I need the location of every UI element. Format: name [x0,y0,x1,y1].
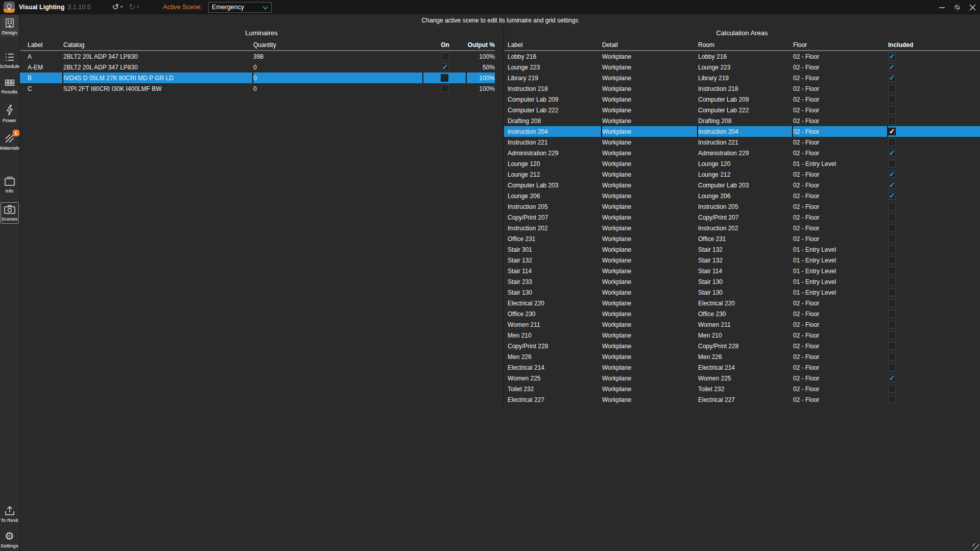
on-checkbox[interactable] [441,74,448,82]
calculation-area-row[interactable]: Women 211 Workplane Women 211 02 - Floor [504,319,980,330]
undo-dropdown-icon[interactable] [120,6,123,8]
calculation-area-row[interactable]: Drafting 208 Workplane Drafting 208 02 -… [504,115,980,126]
included-checkbox[interactable] [888,106,896,114]
calculation-area-row[interactable]: Instruction 202 Workplane Instruction 20… [504,223,980,233]
sidebar-item-power[interactable]: Power [1,102,19,125]
calculation-area-row[interactable]: Instruction 204 Workplane Instruction 20… [504,126,980,137]
column-header-output[interactable]: Output % [467,40,495,50]
calculation-area-row[interactable]: Electrical 214 Workplane Electrical 214 … [504,362,980,373]
luminaire-row[interactable]: A-EM 2BLT2 20L ADP 347 LP830 0 ✓ 50% [20,62,495,73]
included-checkbox[interactable] [888,160,896,167]
active-scene-select[interactable]: Emergency [208,2,272,13]
calculation-area-row[interactable]: Stair 233 Workplane Stair 130 01 - Entry… [504,276,980,287]
column-header-catalog[interactable]: Catalog [63,40,253,50]
undo-button[interactable]: ↺ [110,3,125,12]
column-header-floor[interactable]: Floor [793,40,888,50]
sidebar-item-info[interactable]: Info [1,174,19,195]
included-checkbox[interactable]: ✓ [888,192,896,200]
included-checkbox[interactable] [888,385,896,393]
included-checkbox[interactable] [888,364,896,371]
column-header-label[interactable]: Label [504,40,602,50]
included-checkbox[interactable] [888,342,896,350]
column-header-detail[interactable]: Detail [602,40,698,50]
included-checkbox[interactable] [888,278,896,285]
redo-button[interactable]: ↻ [127,3,141,12]
included-checkbox[interactable] [888,235,896,243]
included-checkbox[interactable] [888,224,896,232]
calculation-area-row[interactable]: Lounge 212 Workplane Lounge 212 02 - Flo… [504,169,980,180]
included-checkbox[interactable] [888,85,896,92]
calculation-area-row[interactable]: Computer Lab 203 Workplane Computer Lab … [504,180,980,190]
included-checkbox[interactable] [888,203,896,210]
calculation-area-row[interactable]: Lounge 206 Workplane Lounge 206 02 - Flo… [504,190,980,201]
calculation-area-row[interactable]: Administration 229 Workplane Administrat… [504,148,980,158]
sidebar-item-to-revit[interactable]: To Revit [1,503,19,524]
on-checkbox[interactable]: ✓ [441,63,449,71]
included-checkbox[interactable]: ✓ [888,149,896,157]
calculation-area-row[interactable]: Instruction 221 Workplane Instruction 22… [504,137,980,148]
sidebar-item-settings[interactable]: ⚙ Settings [1,529,19,550]
minimize-button[interactable] [938,4,945,11]
included-checkbox[interactable]: ✓ [888,181,896,189]
included-checkbox[interactable]: ✓ [888,171,896,178]
included-checkbox[interactable]: ✓ [888,74,896,82]
sidebar-item-schedule[interactable]: Schedule [1,50,19,70]
calculation-area-row[interactable]: Stair 301 Workplane Stair 132 01 - Entry… [504,244,980,255]
included-checkbox[interactable] [888,310,896,318]
close-button[interactable] [969,4,976,11]
included-checkbox[interactable] [888,95,896,103]
sidebar-item-materials[interactable]: 1 Materials [1,131,19,152]
calculation-area-row[interactable]: Men 210 Workplane Men 210 02 - Floor [504,330,980,341]
included-checkbox[interactable]: ✓ [888,63,896,71]
calculation-area-row[interactable]: Stair 132 Workplane Stair 132 01 - Entry… [504,255,980,266]
calculation-area-row[interactable]: Computer Lab 209 Workplane Computer Lab … [504,94,980,105]
calculation-area-row[interactable]: Women 225 Workplane Women 225 02 - Floor… [504,373,980,384]
calculation-area-row[interactable]: Instruction 205 Workplane Instruction 20… [504,201,980,212]
luminaire-row[interactable]: B IVO4S D 05LM 27K 80CRI MD P GR LD 0 10… [20,73,495,83]
calculation-area-row[interactable]: Computer Lab 222 Workplane Computer Lab … [504,105,980,115]
column-header-on[interactable]: On [423,40,467,50]
included-checkbox[interactable] [888,353,896,361]
sidebar-item-design[interactable]: Design [1,15,19,37]
included-checkbox[interactable] [888,331,896,339]
on-checkbox[interactable] [441,53,449,60]
calculation-area-row[interactable]: Lounge 223 Workplane Lounge 223 02 - Flo… [504,62,980,73]
resize-grip[interactable] [972,543,979,550]
calculation-area-row[interactable]: Copy/Print 207 Workplane Copy/Print 207 … [504,212,980,223]
on-checkbox[interactable] [441,85,449,92]
column-header-label[interactable]: Label [20,40,63,50]
included-checkbox[interactable] [888,267,896,275]
included-checkbox[interactable] [888,138,896,146]
calculation-area-row[interactable]: Office 231 Workplane Office 231 02 - Flo… [504,233,980,244]
calculation-area-row[interactable]: Library 219 Workplane Library 219 02 - F… [504,73,980,83]
luminaire-row[interactable]: C S2PI 2FT I80CRI I30K I400LMF BW 0 100% [20,83,495,94]
calculation-area-row[interactable]: Instruction 218 Workplane Instruction 21… [504,83,980,94]
calculation-area-row[interactable]: Men 226 Workplane Men 226 02 - Floor [504,351,980,362]
calculation-area-row[interactable]: Electrical 220 Workplane Electrical 220 … [504,298,980,308]
calculation-area-row[interactable]: Stair 114 Workplane Stair 114 01 - Entry… [504,266,980,276]
included-checkbox[interactable]: ✓ [888,374,896,382]
included-checkbox[interactable] [888,289,896,296]
included-checkbox[interactable] [888,321,896,328]
included-checkbox[interactable] [888,256,896,264]
column-header-included[interactable]: Included [888,40,980,50]
included-checkbox[interactable] [888,396,896,403]
calculation-area-row[interactable]: Toilet 232 Workplane Toilet 232 02 - Flo… [504,384,980,394]
included-checkbox[interactable] [888,246,896,253]
calculation-area-row[interactable]: Stair 130 Workplane Stair 130 01 - Entry… [504,287,980,298]
included-checkbox[interactable]: ✓ [888,128,896,135]
sidebar-item-results[interactable]: Results [1,77,19,96]
included-checkbox[interactable]: ✓ [888,53,896,60]
luminaire-row[interactable]: A 2BLT2 20L ADP 347 LP830 398 100% [20,51,495,62]
sidebar-item-scenes[interactable]: Scenes [1,202,19,224]
calculation-area-row[interactable]: Lounge 120 Workplane Lounge 120 01 - Ent… [504,158,980,169]
column-header-quantity[interactable]: Quantity [253,40,423,50]
included-checkbox[interactable] [888,299,896,307]
calculation-area-row[interactable]: Lobby 216 Workplane Lobby 216 02 - Floor… [504,51,980,62]
included-checkbox[interactable] [888,117,896,125]
calculation-area-row[interactable]: Electrical 227 Workplane Electrical 227 … [504,394,980,405]
calculation-area-row[interactable]: Copy/Print 228 Workplane Copy/Print 228 … [504,341,980,351]
column-header-room[interactable]: Room [698,40,793,50]
calculation-area-row[interactable]: Office 230 Workplane Office 230 02 - Flo… [504,308,980,319]
included-checkbox[interactable] [888,213,896,221]
